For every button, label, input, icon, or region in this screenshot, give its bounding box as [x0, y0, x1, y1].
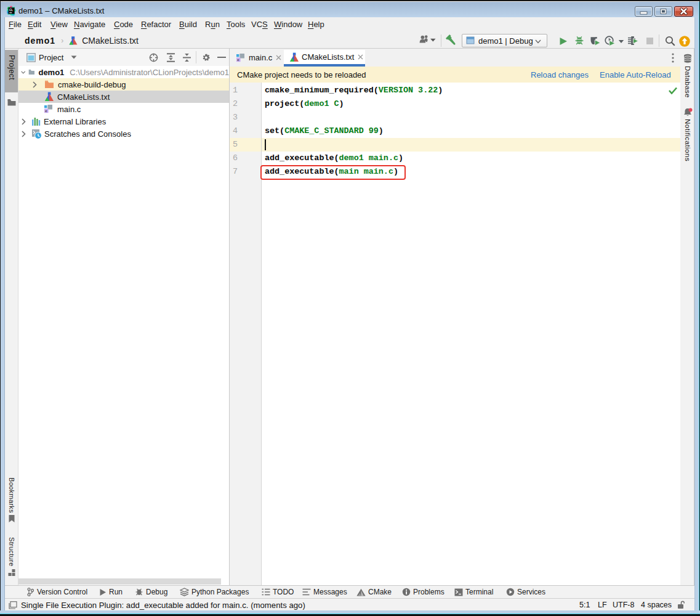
- svg-text:c: c: [237, 57, 239, 62]
- svg-text:CL: CL: [9, 9, 13, 12]
- svg-text:c: c: [45, 108, 47, 113]
